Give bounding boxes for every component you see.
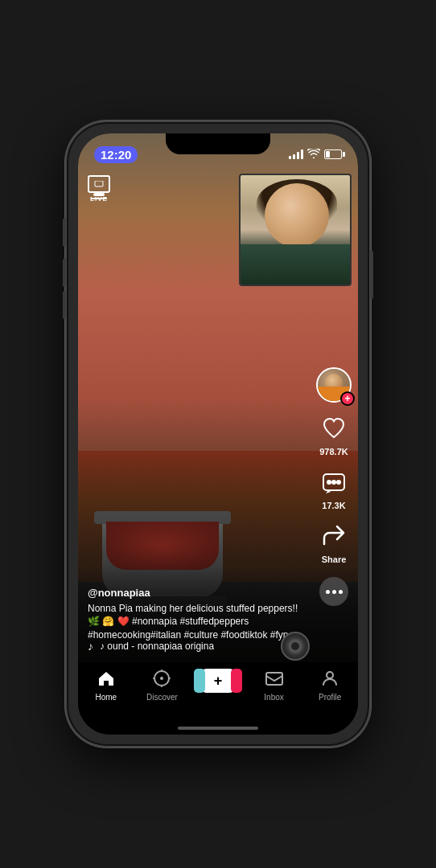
plus-sign: + [214, 673, 223, 690]
username[interactable]: @nonnapiaa [88, 587, 306, 599]
caption-text: Nonna Pia making her delicious stuffed p… [88, 602, 306, 642]
home-icon [97, 669, 116, 691]
live-tv-icon [88, 175, 110, 193]
caption-area: @nonnapiaa Nonna Pia making her deliciou… [88, 587, 306, 642]
svg-point-6 [160, 677, 163, 680]
side-actions: + 978.7K [316, 367, 352, 606]
svg-point-2 [331, 480, 336, 485]
inbox-label: Inbox [264, 693, 283, 702]
share-label: Share [322, 555, 347, 564]
svg-point-1 [327, 480, 331, 485]
nav-item-home[interactable]: Home [84, 669, 128, 702]
discover-icon [152, 669, 171, 691]
bottom-nav: Home Discover + [78, 662, 358, 735]
pip-camera [239, 174, 352, 286]
comment-icon [321, 469, 347, 499]
nav-item-discover[interactable]: Discover [140, 669, 184, 702]
wifi-icon [307, 149, 320, 161]
inbox-icon [265, 669, 284, 691]
battery-fill [326, 151, 330, 158]
phone-outer: 12:20 [65, 121, 371, 747]
sound-note-icon: ♪ [88, 640, 93, 653]
svg-rect-0 [95, 181, 103, 186]
profile-label: Profile [319, 693, 341, 702]
heart-icon [321, 416, 347, 445]
like-action[interactable]: 978.7K [319, 416, 348, 457]
nav-item-inbox[interactable]: Inbox [252, 669, 296, 702]
profile-icon [320, 669, 339, 691]
svg-rect-7 [266, 673, 282, 685]
notch [166, 133, 270, 154]
nav-item-profile[interactable]: Profile [308, 669, 352, 702]
home-indicator [178, 727, 258, 730]
sound-disc [281, 632, 310, 661]
follow-plus-button[interactable]: + [340, 391, 355, 406]
comment-count: 17.3K [322, 501, 345, 510]
status-time: 12:20 [94, 146, 138, 163]
home-label: Home [95, 693, 117, 702]
more-action[interactable] [319, 577, 348, 606]
nav-item-plus[interactable]: + [195, 669, 240, 693]
sound-text: ♪ ound - nonnapiaa origina [100, 641, 214, 652]
phone-screen: 12:20 [78, 133, 358, 735]
plus-button[interactable]: + [200, 669, 236, 693]
share-icon [321, 523, 347, 553]
svg-point-3 [336, 480, 341, 485]
signal-icon [289, 149, 303, 159]
battery-icon [324, 149, 342, 159]
live-badge: LIVE [88, 175, 110, 203]
status-icons [289, 149, 342, 161]
sound-row[interactable]: ♪ ♪ ound - nonnapiaa origina [88, 640, 310, 653]
share-action[interactable]: Share [321, 523, 347, 564]
discover-label: Discover [146, 693, 178, 702]
creator-avatar-container[interactable]: + [316, 367, 352, 403]
svg-point-8 [327, 672, 333, 678]
comment-action[interactable]: 17.3K [321, 469, 347, 510]
like-count: 978.7K [319, 447, 348, 457]
